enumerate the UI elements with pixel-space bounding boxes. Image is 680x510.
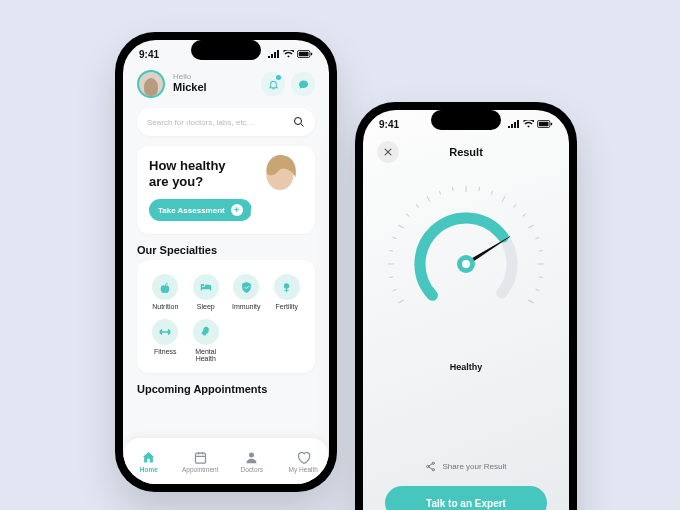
tab-bar: Home Appointment Doctors My Health <box>123 438 329 484</box>
svg-line-17 <box>528 225 533 228</box>
tab-home[interactable]: Home <box>123 450 175 473</box>
dumbbell-icon <box>158 325 172 339</box>
svg-line-26 <box>398 225 403 228</box>
svg-line-28 <box>389 250 393 251</box>
hero-title: How healthy are you? <box>149 158 239 189</box>
specialty-immunity[interactable]: Immunity <box>226 270 267 315</box>
user-name: Mickel <box>173 81 207 94</box>
close-icon <box>383 147 393 157</box>
svg-line-22 <box>439 191 440 195</box>
hero-person-image <box>241 150 315 234</box>
result-gauge: Healthy <box>382 180 550 348</box>
svg-line-21 <box>452 187 453 191</box>
svg-point-7 <box>249 452 254 457</box>
share-icon <box>425 461 436 472</box>
svg-line-30 <box>389 277 393 278</box>
svg-line-19 <box>539 250 543 251</box>
assessment-cta-label: Take Assessment <box>158 206 225 215</box>
specialty-sleep[interactable]: Sleep <box>186 270 227 315</box>
status-time: 9:41 <box>139 49 159 60</box>
svg-line-15 <box>514 204 517 207</box>
close-button[interactable] <box>377 141 399 163</box>
svg-line-35 <box>528 300 533 303</box>
svg-rect-6 <box>195 453 205 463</box>
heart-icon <box>296 450 311 465</box>
specialty-fitness[interactable]: Fitness <box>145 315 186 367</box>
search-placeholder: Search for doctors, labs, etc... <box>147 118 253 127</box>
share-label: Share your Result <box>442 462 506 471</box>
specialty-nutrition[interactable]: Nutrition <box>145 270 186 315</box>
svg-line-31 <box>393 289 397 290</box>
svg-rect-9 <box>539 122 549 126</box>
svg-line-34 <box>536 289 540 290</box>
user-block[interactable]: Hello Mickel <box>137 70 207 98</box>
svg-point-3 <box>295 118 302 125</box>
specialties-title: Our Specialties <box>137 244 315 256</box>
bed-icon <box>199 280 213 294</box>
share-result-button[interactable]: Share your Result <box>363 461 569 472</box>
svg-line-14 <box>502 196 505 201</box>
tab-my-health[interactable]: My Health <box>278 450 330 473</box>
specialty-mental-health[interactable]: Mental Health <box>186 315 227 367</box>
svg-line-13 <box>491 191 492 195</box>
doctor-icon <box>244 450 259 465</box>
status-icons <box>508 120 553 128</box>
svg-rect-2 <box>311 53 312 56</box>
assessment-card: How healthy are you? Take Assessment + <box>137 146 315 234</box>
greeting-label: Hello <box>173 73 207 81</box>
avatar <box>137 70 165 98</box>
expert-cta-label: Talk to an Expert <box>426 498 506 509</box>
svg-line-32 <box>398 300 403 303</box>
svg-line-18 <box>536 237 540 238</box>
svg-line-23 <box>427 196 430 201</box>
svg-line-12 <box>479 187 480 191</box>
specialty-fertility[interactable]: Fertility <box>267 270 308 315</box>
specialties-card: Nutrition Sleep Immunity Fertility <box>137 260 315 373</box>
apple-icon <box>159 281 172 294</box>
search-icon <box>293 116 305 128</box>
bell-icon <box>268 79 279 90</box>
svg-line-24 <box>416 204 419 207</box>
shield-icon <box>240 281 253 294</box>
svg-line-25 <box>406 214 409 217</box>
svg-line-33 <box>539 277 543 278</box>
messages-button[interactable] <box>291 72 315 96</box>
fertility-icon <box>280 281 293 294</box>
notifications-button[interactable] <box>261 72 285 96</box>
status-icons <box>268 50 313 58</box>
tab-doctors[interactable]: Doctors <box>226 450 278 473</box>
svg-rect-1 <box>299 52 309 56</box>
calendar-icon <box>193 450 208 465</box>
svg-point-40 <box>462 260 470 268</box>
tab-appointment[interactable]: Appointment <box>175 450 227 473</box>
talk-to-expert-button[interactable]: Talk to an Expert <box>385 486 547 510</box>
svg-line-16 <box>523 214 526 217</box>
home-icon <box>141 450 156 465</box>
result-status: Healthy <box>382 362 550 372</box>
search-input[interactable]: Search for doctors, labs, etc... <box>137 108 315 136</box>
brain-icon <box>199 325 212 338</box>
upcoming-title: Upcoming Appointments <box>137 383 315 395</box>
svg-point-5 <box>284 283 289 288</box>
svg-rect-10 <box>551 123 552 126</box>
chat-icon <box>298 79 309 90</box>
status-time: 9:41 <box>379 119 399 130</box>
svg-line-27 <box>393 237 397 238</box>
take-assessment-button[interactable]: Take Assessment + <box>149 199 252 221</box>
